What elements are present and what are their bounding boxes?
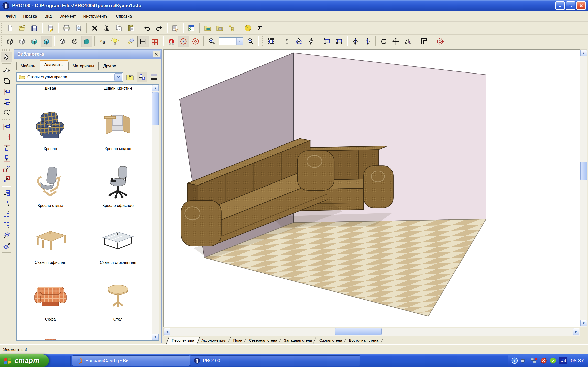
view-tab-south-wall[interactable]: Южная стена: [313, 337, 348, 344]
snap-center-button[interactable]: [178, 36, 189, 47]
library-item[interactable]: Кресло офисное: [84, 153, 152, 209]
properties-button[interactable]: [170, 23, 181, 34]
align-right-button[interactable]: [1, 132, 12, 142]
toolbar-grip[interactable]: [2, 49, 11, 51]
move-down-button[interactable]: [1, 219, 12, 230]
library-item[interactable]: Кресло отдых: [17, 153, 84, 209]
library-close-button[interactable]: [153, 51, 160, 57]
scroll-left-button[interactable]: ◀: [164, 328, 170, 335]
library-scrollbar[interactable]: ▲ ▼: [152, 85, 159, 340]
snap-free-button[interactable]: [190, 36, 201, 47]
clock[interactable]: 08:37: [571, 358, 584, 364]
align-to-wall-button[interactable]: [1, 86, 12, 97]
menu-help[interactable]: Справка: [112, 12, 136, 21]
menu-view[interactable]: Вид: [41, 12, 55, 21]
restore-button[interactable]: [566, 1, 575, 10]
view-tab-east-wall[interactable]: Восточная стена: [343, 337, 384, 344]
insert-into-button[interactable]: [1, 164, 12, 174]
tab-elements[interactable]: Элементы: [40, 60, 68, 70]
wireframe-cube-button[interactable]: [4, 36, 16, 47]
price-list-button[interactable]: 1: [242, 23, 254, 34]
redo-button[interactable]: [153, 23, 165, 34]
scroll-up-button[interactable]: ▲: [152, 85, 159, 91]
structure-tree-button[interactable]: [226, 23, 238, 34]
toolbar-grip[interactable]: [262, 36, 263, 46]
open-button[interactable]: [16, 23, 28, 34]
align-left-button[interactable]: [1, 121, 12, 132]
report-button[interactable]: [45, 23, 56, 34]
tab-furniture[interactable]: Мебель: [16, 62, 39, 70]
select-cursor-button[interactable]: [293, 36, 305, 47]
menu-file[interactable]: Файл: [2, 12, 19, 21]
select-elements-button[interactable]: [265, 36, 277, 47]
cut-button[interactable]: [101, 23, 113, 34]
wireless-network-icon[interactable]: [520, 357, 528, 364]
flip-vertical-button[interactable]: [350, 36, 361, 47]
tab-materials[interactable]: Материалы: [68, 62, 99, 70]
scrollbar-thumb[interactable]: [335, 328, 382, 335]
antivirus-ok-icon[interactable]: [549, 357, 557, 364]
details-view-button[interactable]: [149, 72, 159, 82]
delete-button[interactable]: [89, 23, 101, 34]
move-left-button[interactable]: [1, 188, 12, 198]
menu-tools[interactable]: Инструменты: [80, 12, 112, 21]
new-board-button[interactable]: [1, 65, 12, 76]
selection-frame-button[interactable]: [321, 36, 333, 47]
lighting-button[interactable]: [109, 36, 121, 47]
zoom-tools-button[interactable]: [1, 107, 12, 118]
tab-other[interactable]: Другое: [99, 62, 120, 70]
move-right-button[interactable]: [1, 198, 12, 209]
security-alert-icon[interactable]: [540, 357, 547, 364]
chevron-down-icon[interactable]: [114, 73, 122, 81]
toolbar-grip[interactable]: [1, 23, 2, 33]
arrange-button[interactable]: [1, 97, 12, 107]
pointer-tool-button[interactable]: [1, 52, 12, 62]
library-item[interactable]: Диван: [17, 85, 84, 96]
paste-button[interactable]: [125, 23, 137, 34]
chevron-down-icon[interactable]: ▼: [236, 38, 243, 45]
scene-3d[interactable]: [163, 49, 580, 327]
menu-element[interactable]: Элемент: [55, 12, 79, 21]
library-item[interactable]: Скамья стеклянная: [84, 209, 152, 266]
view-tab-west-wall[interactable]: Западная стена: [278, 337, 317, 344]
toolbar-grip[interactable]: [2, 119, 11, 120]
move-button[interactable]: [390, 36, 402, 47]
close-button[interactable]: [576, 1, 586, 10]
draft-view-button[interactable]: [57, 36, 68, 47]
minimize-button[interactable]: [555, 1, 565, 10]
library-furniture-button[interactable]: [202, 23, 213, 34]
wire-view-button[interactable]: [69, 36, 80, 47]
new-document-button[interactable]: [4, 23, 16, 34]
flip-axis-button[interactable]: [362, 36, 373, 47]
library-item[interactable]: Диван Кристин: [84, 85, 152, 96]
align-top-button[interactable]: [1, 142, 12, 153]
bring-forward-button[interactable]: [1, 241, 12, 251]
snap-magnet-button[interactable]: [166, 36, 177, 47]
sum-report-button[interactable]: Σ: [254, 23, 266, 34]
scroll-down-button[interactable]: ▼: [152, 334, 159, 340]
copy-button[interactable]: [113, 23, 125, 34]
library-item[interactable]: Кресло: [17, 96, 84, 153]
zoom-out-button[interactable]: [245, 36, 256, 47]
select-special-button[interactable]: [305, 36, 317, 47]
grid-button[interactable]: [149, 36, 161, 47]
move-up-button[interactable]: [1, 209, 12, 219]
element-list-button[interactable]: [186, 23, 197, 34]
add-remove-selection-button[interactable]: [281, 36, 293, 47]
send-backward-button[interactable]: [1, 230, 12, 241]
library-item[interactable]: Софа: [17, 266, 84, 323]
mirror-button[interactable]: [402, 36, 414, 47]
task-button-firefox[interactable]: НаправиСам.bg • Ви...: [72, 355, 190, 366]
task-button-pro100[interactable]: PRO100: [190, 355, 360, 366]
font-labels-button[interactable]: aa: [97, 36, 109, 47]
hidden-lines-cube-button[interactable]: [16, 36, 28, 47]
library-item[interactable]: Кресло моджо: [84, 96, 152, 153]
print-preview-button[interactable]: [73, 23, 84, 34]
align-bottom-button[interactable]: [1, 153, 12, 164]
scrollbar-thumb[interactable]: [580, 162, 587, 180]
language-indicator[interactable]: US: [559, 357, 567, 364]
library-item[interactable]: Скамья офисная: [17, 209, 84, 266]
viewport-vertical-scrollbar[interactable]: ▲ ▼: [580, 49, 587, 327]
menu-edit[interactable]: Правка: [19, 12, 41, 21]
library-item[interactable]: Стол: [84, 266, 152, 323]
